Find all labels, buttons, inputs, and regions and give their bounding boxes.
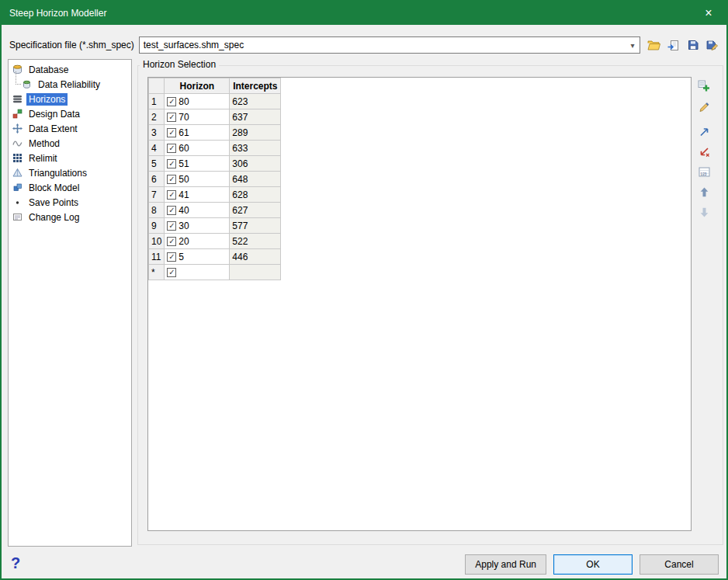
ok-button[interactable]: OK (553, 554, 633, 575)
table-row-toolbar: 123 (695, 78, 712, 224)
row-header[interactable]: 6 (149, 172, 165, 187)
row-header[interactable]: 2 (149, 109, 165, 125)
cancel-button[interactable]: Cancel (640, 554, 719, 575)
close-button[interactable]: × (691, 2, 726, 25)
remove-rows-button[interactable] (695, 143, 712, 160)
help-button[interactable]: ? (11, 554, 20, 572)
sidebar-item-design-data[interactable]: Design Data (9, 106, 131, 121)
horizon-checkbox[interactable]: ✓ (167, 113, 176, 122)
arrow-up-icon (699, 186, 710, 198)
intercepts-cell[interactable]: 306 (230, 156, 281, 172)
design-data-icon (12, 109, 23, 120)
chevron-down-icon[interactable]: ▾ (626, 41, 640, 50)
sidebar-item-data-reliability[interactable]: Data Reliability (9, 77, 131, 92)
import-spec-button[interactable] (664, 36, 683, 55)
save-spec-as-button[interactable] (702, 36, 722, 55)
open-spec-button[interactable] (644, 36, 664, 55)
row-header[interactable]: 9 (149, 218, 165, 234)
edit-cell-button[interactable] (695, 98, 712, 115)
intercepts-cell[interactable]: 637 (230, 109, 281, 125)
horizon-checkbox[interactable]: ✓ (167, 221, 176, 231)
column-header-rownum (149, 78, 165, 94)
horizon-cell[interactable]: ✓20 (165, 234, 230, 249)
data-extent-icon (12, 123, 23, 134)
horizon-cell[interactable]: ✓30 (165, 218, 230, 234)
intercepts-cell[interactable]: 623 (230, 94, 281, 109)
edit-icon (699, 101, 710, 113)
row-header[interactable]: * (149, 265, 165, 280)
intercepts-cell[interactable] (230, 265, 281, 280)
specification-file-combobox[interactable]: test_surfaces.shm_spec ▾ (139, 36, 640, 54)
specification-file-label: Specification file (*.shm_spec) (9, 40, 134, 50)
horizon-checkbox[interactable]: ✓ (167, 175, 176, 184)
horizon-checkbox[interactable]: ✓ (167, 190, 176, 200)
row-header[interactable]: 7 (149, 187, 165, 203)
horizon-cell[interactable]: ✓41 (165, 187, 230, 203)
sidebar-item-label: Method (26, 137, 62, 150)
sidebar-item-label: Relimit (26, 152, 60, 165)
row-header[interactable]: 4 (149, 141, 165, 156)
select-arrow-icon (699, 126, 710, 137)
table-row: 7✓41628 (149, 187, 281, 203)
horizon-checkbox[interactable]: ✓ (167, 206, 176, 215)
add-row-button[interactable] (695, 78, 712, 95)
intercepts-cell[interactable]: 577 (230, 218, 281, 234)
intercepts-cell[interactable]: 446 (230, 249, 281, 265)
row-header[interactable]: 11 (149, 249, 165, 265)
save-as-icon (706, 40, 718, 51)
row-header[interactable]: 5 (149, 156, 165, 172)
row-header[interactable]: 8 (149, 203, 165, 218)
horizon-table-viewport: HorizonIntercepts1✓806232✓706373✓612894✓… (147, 77, 692, 531)
horizon-checkbox[interactable]: ✓ (167, 97, 176, 106)
dialog-buttons: Apply and RunOKCancel (458, 554, 719, 575)
renumber-icon: 123 (699, 166, 710, 178)
intercepts-cell[interactable]: 628 (230, 187, 281, 203)
horizon-checkbox[interactable]: ✓ (167, 159, 176, 168)
intercepts-cell[interactable]: 289 (230, 125, 281, 141)
horizon-cell[interactable]: ✓50 (165, 172, 230, 187)
horizon-cell[interactable]: ✓51 (165, 156, 230, 172)
horizon-cell[interactable]: ✓40 (165, 203, 230, 218)
sidebar-item-label: Change Log (26, 211, 81, 224)
sidebar-item-triangulations[interactable]: Triangulations (9, 165, 131, 180)
row-header[interactable]: 10 (149, 234, 165, 249)
sidebar-item-data-extent[interactable]: Data Extent (9, 121, 131, 136)
intercepts-cell[interactable]: 627 (230, 203, 281, 218)
horizon-value: 5 (179, 252, 184, 262)
table-row: 9✓30577 (149, 218, 281, 234)
sidebar-item-database[interactable]: Database (9, 62, 131, 77)
sidebar-item-save-points[interactable]: Save Points (9, 195, 131, 210)
save-spec-button[interactable] (683, 36, 702, 55)
sidebar-item-change-log[interactable]: Change Log (9, 210, 131, 224)
horizon-checkbox[interactable]: ✓ (167, 144, 176, 153)
horizon-checkbox[interactable]: ✓ (167, 268, 176, 277)
horizon-cell[interactable]: ✓5 (165, 249, 230, 265)
move-up-button[interactable] (695, 183, 712, 200)
settings-tree: DatabaseData ReliabilityHorizonsDesign D… (8, 59, 132, 547)
horizon-cell[interactable]: ✓61 (165, 125, 230, 141)
row-header[interactable]: 3 (149, 125, 165, 141)
horizon-cell[interactable]: ✓ (165, 265, 230, 280)
sidebar-item-relimit[interactable]: Relimit (9, 151, 131, 165)
horizon-cell[interactable]: ✓80 (165, 94, 230, 109)
renumber-rows-button[interactable]: 123 (695, 163, 712, 180)
row-header[interactable]: 1 (149, 94, 165, 109)
intercepts-cell[interactable]: 648 (230, 172, 281, 187)
horizon-cell[interactable]: ✓70 (165, 109, 230, 125)
select-rows-button[interactable] (695, 123, 712, 140)
horizon-checkbox[interactable]: ✓ (167, 252, 176, 262)
sidebar-item-method[interactable]: Method (9, 136, 131, 151)
sidebar-item-horizons[interactable]: Horizons (9, 92, 131, 106)
sidebar-item-label: Database (26, 64, 71, 76)
table-row: 6✓50648 (149, 172, 281, 187)
horizon-checkbox[interactable]: ✓ (167, 237, 176, 246)
sidebar-item-block-model[interactable]: Block Model (9, 180, 131, 195)
apply-and-run-button[interactable]: Apply and Run (465, 554, 546, 575)
move-down-button[interactable] (695, 203, 712, 221)
horizon-cell[interactable]: ✓60 (165, 141, 230, 156)
table-row: 5✓51306 (149, 156, 281, 172)
horizon-checkbox[interactable]: ✓ (167, 128, 176, 137)
intercepts-cell[interactable]: 633 (230, 141, 281, 156)
intercepts-cell[interactable]: 522 (230, 234, 281, 249)
sidebar-item-label: Triangulations (26, 167, 89, 179)
